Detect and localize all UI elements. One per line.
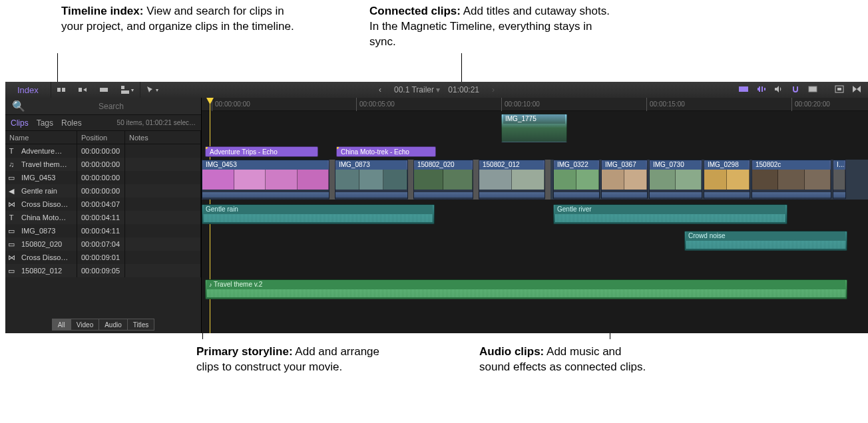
thumbnail-strip <box>833 170 845 190</box>
primary-clip[interactable]: IMG_0873 <box>335 160 408 200</box>
music-lane: ♪ Travel theme v.2 <box>202 279 868 301</box>
col-name[interactable]: Name <box>5 131 77 144</box>
index-row[interactable]: ▭ 150802_020 00:00:07:04 <box>5 237 201 251</box>
callout-connected-clips: Connected clips: Add titles and cutaway … <box>369 4 616 50</box>
audio-skimming-icon[interactable] <box>754 85 767 94</box>
transition[interactable] <box>545 160 550 200</box>
row-notes <box>125 171 201 184</box>
index-row[interactable]: T Adventure… 00:00:00:00 <box>5 144 201 158</box>
transition[interactable] <box>408 160 413 200</box>
primary-clip[interactable]: IMG_0298 <box>704 160 750 200</box>
title-clip[interactable]: China Moto-trek - Echo <box>336 146 436 157</box>
timeline-area[interactable]: IMG_1775 Adventure Trips - EchoChina Mot… <box>202 111 868 333</box>
primary-clip[interactable]: 150802_012 <box>479 160 545 200</box>
tab-tags[interactable]: Tags <box>37 118 53 128</box>
index-row[interactable]: ⋈ Cross Disso… 00:00:04:07 <box>5 198 201 211</box>
next-edit-icon[interactable]: › <box>487 85 499 94</box>
index-row[interactable]: ◀ Gentle rain 00:00:00:00 <box>5 184 201 198</box>
waveform <box>602 190 647 199</box>
svg-rect-4 <box>121 86 124 89</box>
index-row[interactable]: ▭ IMG_0453 00:00:00:00 <box>5 171 201 184</box>
svg-rect-2 <box>79 88 82 92</box>
prev-edit-icon[interactable]: ‹ <box>374 85 386 94</box>
waveform <box>555 214 785 222</box>
row-position: 00:00:04:11 <box>77 211 125 224</box>
primary-clip[interactable]: 150802c <box>752 160 831 200</box>
filter-audio[interactable]: Audio <box>99 319 127 331</box>
row-notes <box>125 144 201 158</box>
waveform <box>414 190 473 199</box>
svg-rect-1 <box>62 88 65 92</box>
select-tool-icon[interactable]: ▾ <box>140 82 164 98</box>
timeline-toolbar: Index ▾ ▾ ‹ 00.1 Trailer ▾ 01:00:21 › <box>5 82 868 98</box>
row-position: 00:00:00:00 <box>77 158 125 171</box>
row-name: 150802_012 <box>17 264 77 277</box>
thumbnail-strip <box>602 170 647 190</box>
ruler-tick: 00:00:00:00 <box>212 98 250 111</box>
clip-label: IMG_0322 <box>555 160 598 170</box>
timeline-ruler[interactable]: 00:00:00:00 00:00:05:00 00:00:10:00 00:0… <box>202 98 868 111</box>
insert-tool-icon[interactable] <box>51 82 73 98</box>
col-position[interactable]: Position <box>77 131 125 144</box>
row-position: 00:00:00:00 <box>77 144 125 158</box>
filter-all[interactable]: All <box>52 319 71 331</box>
snapping-icon[interactable] <box>789 85 802 94</box>
transitions-browser-icon[interactable] <box>850 85 863 94</box>
waveform <box>202 190 329 199</box>
clip-appearance-icon[interactable] <box>806 85 819 94</box>
audio-clip[interactable]: Gentle rain <box>202 204 435 224</box>
transition[interactable] <box>473 160 479 200</box>
filter-titles[interactable]: Titles <box>127 319 155 331</box>
tab-clips[interactable]: Clips <box>11 118 29 128</box>
index-row[interactable]: ⋈ Cross Disso… 00:00:09:01 <box>5 251 201 264</box>
index-button[interactable]: Index <box>5 82 51 98</box>
effects-browser-icon[interactable] <box>833 85 846 94</box>
row-type-icon: ⋈ <box>5 251 17 264</box>
primary-clip[interactable]: IMG_0322 <box>553 160 600 200</box>
index-row[interactable]: T China Moto… 00:00:04:11 <box>5 211 201 224</box>
primary-clip[interactable]: IMG_0730 <box>649 160 702 200</box>
row-name: Gentle rain <box>17 184 77 198</box>
music-clip[interactable]: ♪ Travel theme v.2 <box>205 279 847 299</box>
solo-icon[interactable] <box>771 85 785 94</box>
project-name[interactable]: 00.1 Trailer <box>394 85 434 94</box>
filter-segmented: All Video Audio Titles <box>5 316 201 333</box>
index-row[interactable]: ▭ IMG_0873 00:00:04:11 <box>5 224 201 237</box>
skimming-icon[interactable] <box>737 85 750 94</box>
append-tool-icon[interactable] <box>73 82 94 98</box>
connected-clip[interactable]: IMG_1775 <box>501 114 567 142</box>
clip-label: 150802_012 <box>481 160 543 170</box>
title-clip[interactable]: Adventure Trips - Echo <box>205 146 318 157</box>
audio-effects-lane-2: Crowd noise <box>202 231 868 252</box>
ruler-tick: 00:00:05:00 <box>356 98 395 111</box>
row-position: 00:00:00:00 <box>77 171 125 184</box>
row-type-icon: ▭ <box>5 264 17 277</box>
thumbnail-strip <box>752 170 831 190</box>
svg-rect-6 <box>739 86 748 92</box>
search-input[interactable] <box>28 102 194 111</box>
primary-clip[interactable]: I… <box>833 160 846 200</box>
waveform <box>207 289 845 297</box>
waveform <box>335 190 407 199</box>
connect-tool-icon[interactable]: ▾ <box>115 82 140 98</box>
row-position: 00:00:00:00 <box>77 184 125 198</box>
waveform <box>650 190 702 199</box>
primary-clip[interactable]: IMG_0453 <box>202 160 329 200</box>
index-row[interactable]: ▭ 150802_012 00:00:09:05 <box>5 264 201 277</box>
col-notes[interactable]: Notes <box>125 131 201 144</box>
toolbar-right <box>735 82 865 98</box>
primary-clip[interactable]: IMG_0367 <box>601 160 648 200</box>
titles-lane: Adventure Trips - EchoChina Moto-trek - … <box>202 146 868 157</box>
callout-timeline-index: Timeline index: View and search for clip… <box>61 4 308 35</box>
ruler-tick: 00:00:15:00 <box>646 98 685 111</box>
primary-clip[interactable]: 150802_020 <box>413 160 473 200</box>
audio-clip[interactable]: Crowd noise <box>684 231 847 251</box>
tab-roles[interactable]: Roles <box>61 118 82 128</box>
index-row[interactable]: ♫ Travel them… 00:00:00:00 <box>5 158 201 171</box>
overwrite-tool-icon[interactable] <box>94 82 115 98</box>
filter-video[interactable]: Video <box>71 319 99 331</box>
svg-rect-0 <box>57 88 61 92</box>
row-notes <box>125 184 201 198</box>
audio-clip[interactable]: Gentle river <box>553 204 787 224</box>
transition[interactable] <box>329 160 335 200</box>
